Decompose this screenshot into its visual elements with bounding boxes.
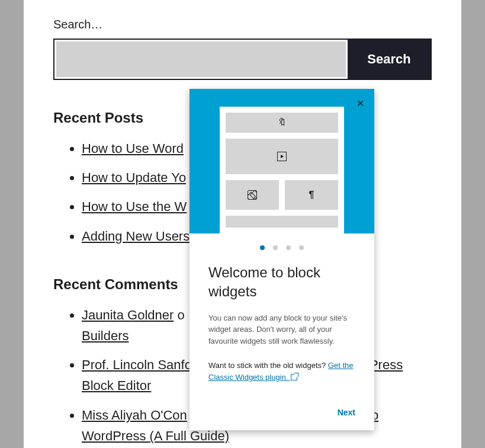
comment-post-link[interactable]: Builders <box>82 328 129 343</box>
modal-pager <box>189 233 374 256</box>
on-text: o <box>174 308 184 322</box>
modal-hero: ✕ 🔖︎ ¶ <box>189 89 374 233</box>
close-button[interactable]: ✕ <box>353 96 367 110</box>
post-link[interactable]: Adding New Users <box>82 229 189 244</box>
image-icon <box>248 190 257 200</box>
post-link[interactable]: How to Use the W <box>82 199 187 214</box>
welcome-modal: ✕ 🔖︎ ¶ Welcome to block w <box>189 89 374 430</box>
comment-post-link[interactable]: Press <box>370 357 403 372</box>
comment-post-link[interactable]: Block Editor <box>82 378 151 393</box>
search-label: Search… <box>53 18 432 31</box>
mock-block: ¶ <box>285 180 338 210</box>
paragraph-icon: ¶ <box>309 190 314 200</box>
modal-footer: Next <box>189 395 374 430</box>
modal-body: Welcome to block widgets You can now add… <box>189 256 374 395</box>
pager-dot[interactable] <box>260 245 265 250</box>
post-link[interactable]: How to Update Yo <box>82 170 186 185</box>
bookmark-icon: 🔖︎ <box>277 117 287 128</box>
comment-post-link[interactable]: WordPress (A Full Guide) <box>82 428 229 443</box>
next-button[interactable]: Next <box>338 408 355 417</box>
search-form: Search <box>53 39 432 80</box>
comment-author-link[interactable]: Miss Aliyah O'Con <box>82 408 187 423</box>
comment-author-link[interactable]: Jaunita Goldner <box>82 308 174 322</box>
mock-block <box>226 216 338 228</box>
stick-prefix: Want to stick with the old widgets? <box>208 361 328 370</box>
pager-dot[interactable] <box>286 245 291 250</box>
play-icon <box>277 152 287 161</box>
pager-dot[interactable] <box>299 245 304 250</box>
hero-illustration: 🔖︎ ¶ <box>220 107 344 233</box>
close-icon: ✕ <box>356 98 364 108</box>
external-link-icon <box>291 374 297 380</box>
post-link[interactable]: How to Use Word <box>82 141 184 156</box>
modal-classic-prompt: Want to stick with the old widgets? Get … <box>208 360 355 383</box>
search-button[interactable]: Search <box>348 40 431 79</box>
search-input[interactable] <box>54 40 348 79</box>
mock-block <box>226 180 279 210</box>
comment-author-link[interactable]: Prof. Lincoln Sanfo <box>82 357 192 372</box>
mock-block <box>226 139 338 174</box>
mock-block: 🔖︎ <box>226 113 338 133</box>
modal-description: You can now add any block to your site's… <box>208 312 355 347</box>
modal-title: Welcome to block widgets <box>208 263 355 302</box>
pager-dot[interactable] <box>273 245 278 250</box>
